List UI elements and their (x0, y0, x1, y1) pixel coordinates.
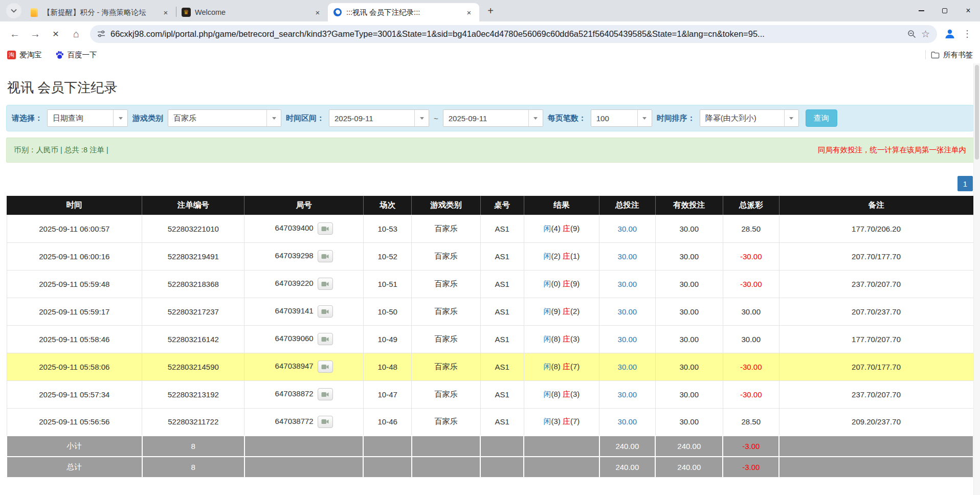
all-bookmarks-label: 所有书签 (943, 50, 973, 60)
bookmark-taobao[interactable]: 淘 爱淘宝 (7, 50, 42, 60)
table-row: 2025-09-11 05:59:17 522803217237 6470391… (7, 298, 973, 325)
tab-close-icon[interactable]: × (161, 7, 171, 17)
tab-title: 【新提醒】积分 - 海燕策略论坛 (43, 8, 157, 17)
baidu-paw-icon (55, 51, 64, 59)
person-icon (944, 28, 956, 40)
sort-order-select[interactable]: 降幂(由大到小) (700, 109, 799, 127)
valid-bet-cell: 30.00 (655, 353, 723, 380)
stop-loading-button[interactable]: × (46, 24, 65, 43)
bookmark-star-icon[interactable]: ☆ (921, 28, 930, 40)
round-replay-button[interactable] (318, 222, 333, 235)
dropdown-arrow-icon[interactable] (414, 110, 429, 126)
total-bet-link[interactable]: 30.00 (618, 417, 637, 426)
remark-cell: 209.20/237.70 (779, 408, 973, 436)
forward-button[interactable]: → (26, 24, 45, 43)
table-row: 2025-09-11 06:00:16 522803219491 6470392… (7, 242, 973, 270)
bet-id-cell: 522803211722 (142, 408, 244, 436)
round-replay-button[interactable] (318, 333, 333, 345)
home-button[interactable]: ⌂ (66, 24, 86, 43)
page-size-select[interactable]: 100 (591, 109, 652, 127)
dropdown-arrow-icon[interactable] (266, 110, 281, 126)
round-replay-button[interactable] (318, 305, 333, 318)
page-content: 视讯 会员下注纪录 请选择： 日期查询 游戏类别 百家乐 时间区间： 2025-… (0, 63, 980, 478)
game-type-label: 游戏类别 (132, 114, 163, 123)
close-window-button[interactable]: × (956, 0, 980, 21)
total-label: 总计 (7, 457, 142, 478)
tab-close-icon[interactable]: × (313, 7, 323, 17)
round-replay-button[interactable] (318, 278, 333, 290)
tab-search-button[interactable] (6, 3, 21, 18)
address-bar[interactable]: 66cxkj98.com/ipl/portal.php/game/betreco… (90, 25, 937, 43)
round-replay-button[interactable] (318, 416, 333, 428)
table-row: 2025-09-11 06:00:57 522803221010 6470394… (7, 215, 973, 242)
zoom-indicator-icon[interactable] (907, 30, 916, 38)
dropdown-arrow-icon[interactable] (784, 110, 798, 126)
bookmarks-separator (925, 50, 926, 59)
round-replay-button[interactable] (318, 388, 333, 400)
date-to-picker[interactable]: 2025-09-11 (443, 109, 543, 127)
total-bet-link[interactable]: 30.00 (618, 307, 637, 316)
minimize-icon (919, 10, 924, 11)
total-bet-link[interactable]: 30.00 (618, 335, 637, 344)
remark-cell: 237.70/207.70 (779, 380, 973, 408)
game-type-select[interactable]: 百家乐 (168, 109, 281, 127)
subtotal-valid-bet: 240.00 (655, 436, 723, 457)
banker-result: 庄 (563, 417, 570, 425)
page-scrollbar[interactable] (973, 63, 980, 495)
all-bookmarks-button[interactable]: 所有书签 (931, 50, 973, 60)
player-result: 闲 (543, 334, 551, 343)
payout-cell: 30.00 (723, 298, 779, 325)
round-cell: 647039400 (244, 215, 363, 242)
header-payout: 总派彩 (723, 196, 779, 215)
bookmark-baidu[interactable]: 百度一下 (55, 50, 97, 60)
result-cell: 闲(8) 庄(3) (524, 325, 599, 353)
currency-summary: 币别：人民币 | 总共 :8 注单 | (14, 145, 108, 155)
tab-bet-record[interactable]: :::视讯 会员下注纪录::: × (328, 3, 479, 21)
bookmark-label: 爱淘宝 (19, 50, 42, 60)
minimize-button[interactable] (909, 0, 933, 21)
profile-avatar[interactable] (941, 25, 959, 42)
header-session: 场次 (363, 196, 412, 215)
player-result: 闲 (543, 279, 551, 288)
url-text[interactable]: 66cxkj98.com/ipl/portal.php/game/betreco… (110, 29, 902, 39)
remark-cell: 207.70/237.70 (779, 298, 973, 325)
new-tab-button[interactable]: + (483, 4, 498, 18)
round-cell: 647039141 (244, 298, 363, 325)
tab-close-icon[interactable]: × (464, 7, 474, 17)
bookmarks-bar: 淘 爱淘宝 百度一下 所有书签 (0, 46, 980, 63)
total-bet-link[interactable]: 30.00 (618, 363, 637, 371)
table-number-cell: AS1 (480, 242, 524, 270)
round-id: 647038772 (275, 417, 314, 425)
tab-forum[interactable]: 【新提醒】积分 - 海燕策略论坛 × (25, 3, 176, 21)
bookmark-label: 百度一下 (68, 50, 97, 60)
browser-nav-bar: ← → × ⌂ 66cxkj98.com/ipl/portal.php/game… (0, 21, 980, 46)
dropdown-arrow-icon[interactable] (528, 110, 543, 126)
total-bet-link[interactable]: 30.00 (618, 224, 637, 233)
page-1-button[interactable]: 1 (957, 176, 973, 191)
total-bet-link[interactable]: 30.00 (618, 390, 637, 399)
site-settings-icon[interactable] (97, 30, 105, 38)
gold-emblem-icon: ♛ (182, 8, 191, 17)
player-result: 闲 (543, 307, 551, 316)
back-button[interactable]: ← (5, 24, 25, 43)
dropdown-arrow-icon[interactable] (637, 110, 652, 126)
valid-bet-cell: 30.00 (655, 298, 723, 325)
round-replay-button[interactable] (318, 361, 333, 373)
search-button[interactable]: 查询 (806, 109, 837, 127)
player-result: 闲 (543, 417, 551, 425)
query-type-select[interactable]: 日期查询 (47, 109, 128, 127)
date-from-picker[interactable]: 2025-09-11 (329, 109, 429, 127)
tab-welcome[interactable]: ♛ Welcome × (176, 3, 328, 21)
dropdown-arrow-icon[interactable] (113, 110, 127, 126)
browser-menu-button[interactable]: ⋮ (960, 28, 975, 39)
filter-panel: 请选择： 日期查询 游戏类别 百家乐 时间区间： 2025-09-11 ~ 20… (6, 105, 974, 131)
total-bet-link[interactable]: 30.00 (618, 280, 637, 288)
round-replay-button[interactable] (318, 250, 333, 262)
round-id: 647039141 (275, 306, 314, 315)
bet-id-cell: 522803214590 (142, 353, 244, 380)
banker-result: 庄 (563, 252, 570, 260)
session-cell: 10-46 (363, 408, 412, 436)
scrollbar-thumb[interactable] (975, 65, 979, 160)
maximize-button[interactable] (933, 0, 956, 21)
total-bet-link[interactable]: 30.00 (618, 252, 637, 261)
